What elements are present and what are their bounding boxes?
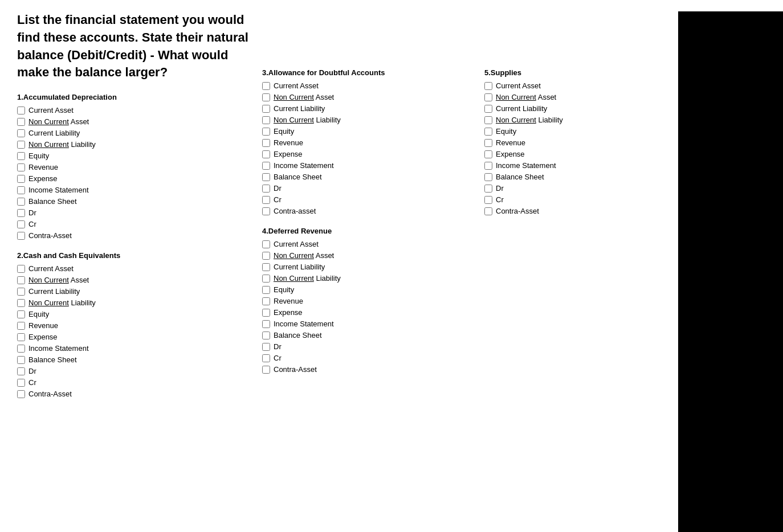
checkbox[interactable]	[262, 162, 270, 170]
list-item: Dr	[17, 367, 251, 375]
checkbox[interactable]	[484, 128, 492, 136]
checkbox[interactable]	[17, 345, 25, 353]
option-label: Cr	[274, 354, 282, 362]
checkbox[interactable]	[262, 263, 270, 271]
checkbox[interactable]	[17, 322, 25, 330]
checkbox[interactable]	[17, 152, 25, 160]
checkbox[interactable]	[17, 186, 25, 194]
checkbox[interactable]	[17, 390, 25, 398]
option-label: Non Current Asset	[274, 251, 334, 260]
checkbox[interactable]	[17, 367, 25, 375]
checkbox[interactable]	[262, 150, 270, 158]
list-item: Current Liability	[17, 287, 251, 296]
option-label: Balance Sheet	[496, 173, 544, 181]
checkbox[interactable]	[17, 265, 25, 273]
checkbox[interactable]	[262, 354, 270, 362]
list-item: Balance Sheet	[262, 331, 473, 339]
account-section-5: 5.Supplies Current Asset Non Current Ass…	[484, 68, 678, 215]
checkbox[interactable]	[17, 141, 25, 149]
list-item: Cr	[262, 354, 473, 362]
option-label: Expense	[28, 333, 58, 341]
checkbox[interactable]	[484, 207, 492, 215]
option-label: Dr	[274, 342, 282, 351]
option-label: Non Current Liability	[28, 298, 96, 307]
checkbox[interactable]	[484, 105, 492, 113]
checkbox[interactable]	[262, 286, 270, 294]
checkbox[interactable]	[262, 116, 270, 124]
checkbox[interactable]	[262, 93, 270, 101]
checkbox[interactable]	[17, 129, 25, 137]
checkbox[interactable]	[484, 185, 492, 193]
option-label: Cr	[28, 378, 36, 387]
checkbox[interactable]	[17, 379, 25, 387]
checkbox[interactable]	[484, 173, 492, 181]
checkbox[interactable]	[17, 288, 25, 296]
checkbox[interactable]	[17, 310, 25, 318]
checkbox[interactable]	[17, 209, 25, 217]
checkbox[interactable]	[262, 128, 270, 136]
account-title-5: 5.Supplies	[484, 68, 678, 77]
checkbox[interactable]	[262, 320, 270, 328]
checkbox[interactable]	[17, 356, 25, 364]
account-options-3: Current Asset Non Current Asset Current …	[262, 81, 473, 215]
checkbox[interactable]	[17, 175, 25, 183]
checkbox[interactable]	[262, 297, 270, 305]
account-options-4: Current Asset Non Current Asset Current …	[262, 240, 473, 374]
option-label: Non Current Liability	[496, 116, 563, 124]
checkbox[interactable]	[484, 162, 492, 170]
list-item: Non Current Liability	[262, 116, 473, 124]
black-panel	[678, 11, 783, 532]
checkbox[interactable]	[262, 82, 270, 90]
option-label: Non Current Liability	[274, 116, 341, 124]
checkbox[interactable]	[17, 333, 25, 341]
checkbox[interactable]	[262, 252, 270, 260]
checkbox[interactable]	[262, 196, 270, 204]
checkbox[interactable]	[17, 232, 25, 240]
checkbox[interactable]	[262, 185, 270, 193]
option-label: Income Statement	[274, 320, 334, 328]
option-label: Current Liability	[28, 129, 80, 137]
option-label: Income Statement	[496, 161, 556, 170]
option-label: Income Statement	[28, 344, 89, 353]
option-label: Current Liability	[274, 104, 325, 113]
option-label: Expense	[274, 308, 303, 317]
checkbox[interactable]	[262, 240, 270, 248]
checkbox[interactable]	[17, 163, 25, 171]
option-label: Revenue	[28, 163, 58, 171]
option-label: Revenue	[274, 138, 303, 147]
checkbox[interactable]	[17, 220, 25, 228]
checkbox[interactable]	[17, 118, 25, 126]
checkbox[interactable]	[484, 196, 492, 204]
checkbox[interactable]	[262, 366, 270, 374]
checkbox[interactable]	[262, 275, 270, 283]
list-item: Contra-Asset	[484, 207, 678, 215]
list-item: Current Asset	[17, 264, 251, 273]
checkbox[interactable]	[262, 343, 270, 351]
list-item: Current Liability	[484, 104, 678, 113]
checkbox[interactable]	[484, 82, 492, 90]
list-item: Non Current Liability	[17, 140, 251, 149]
checkbox[interactable]	[262, 105, 270, 113]
checkbox[interactable]	[262, 139, 270, 147]
checkbox[interactable]	[262, 309, 270, 317]
checkbox[interactable]	[17, 198, 25, 206]
account-title-2: 2.Cash and Cash Equivalents	[17, 251, 251, 260]
checkbox[interactable]	[262, 207, 270, 215]
list-item: Contra-Asset	[17, 390, 251, 398]
checkbox[interactable]	[484, 139, 492, 147]
checkbox[interactable]	[17, 299, 25, 307]
checkbox[interactable]	[17, 107, 25, 114]
list-item: Balance Sheet	[17, 197, 251, 206]
account-section-1: 1.Accumulated Depreciation Current Asset…	[17, 93, 251, 240]
checkbox[interactable]	[262, 173, 270, 181]
list-item: Income Statement	[17, 186, 251, 194]
checkbox[interactable]	[484, 150, 492, 158]
account-options-1: Current Asset Non Current Asset Current …	[17, 106, 251, 240]
checkbox[interactable]	[262, 332, 270, 339]
option-label: Current Liability	[28, 287, 80, 296]
option-label: Current Asset	[28, 264, 74, 273]
list-item: Equity	[17, 310, 251, 318]
checkbox[interactable]	[17, 276, 25, 284]
checkbox[interactable]	[484, 116, 492, 124]
checkbox[interactable]	[484, 93, 492, 101]
